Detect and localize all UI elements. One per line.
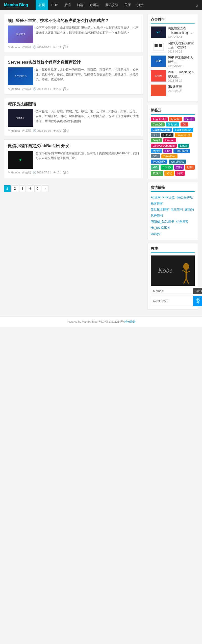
follow-qq-input[interactable] (151, 296, 193, 306)
tag[interactable]: elasticsearch (173, 128, 193, 132)
tag-list: AngularJS Apache 8mob CentOS Snippet Git… (151, 117, 195, 176)
tag[interactable]: Linux (178, 144, 189, 148)
article-meta: ✎ Mamba ☍ 后端 🕑 2018-10-10 👁 290 💬 0 (8, 129, 140, 133)
link-item[interactable]: 老王简书 (171, 208, 183, 211)
link-item[interactable]: PHP之道 (162, 196, 175, 199)
follow-github-input[interactable] (151, 288, 193, 294)
articles-main: 项目经验不丰富、技术不突出的程序员怎么打动面试官？ 技术面试 经历不少但项目并非… (4, 14, 143, 313)
tag[interactable]: Laravel Debugbar (151, 144, 177, 148)
link-item[interactable]: 8m公后讲坛 (176, 196, 193, 199)
tag[interactable]: 8mob (184, 117, 195, 121)
page-btn-1[interactable]: 1 (4, 185, 11, 192)
tag[interactable]: Github (161, 133, 173, 137)
rank-item-title[interactable]: 制作QQ微信支付宝三合一收款码... (168, 41, 195, 50)
nav-home[interactable]: 首页 (36, 0, 48, 10)
views: 👁 151 (53, 171, 61, 174)
article-title[interactable]: 程序员技能图谱 (8, 101, 140, 107)
views: 👁 139 (53, 46, 61, 49)
article-meta: ✎ Mamba ☍ 前端 🕑 2018-10-11 👁 139 💬 2 (8, 45, 140, 49)
article-card: 微信小程序自定义tabBar组件开发 ● 微信小程序的tabBar官能用在主页面… (4, 139, 143, 178)
nav-frontend[interactable]: 前端 (74, 0, 86, 10)
ranking-title: 点击排行 (151, 17, 195, 24)
page-btn-2[interactable]: 2 (12, 185, 18, 192)
tag[interactable]: CentOS (151, 122, 165, 126)
link-item[interactable]: A5原网 (151, 196, 161, 199)
nav-backend[interactable]: 后端 (61, 0, 74, 10)
tag[interactable]: SSL (151, 154, 160, 158)
tag[interactable]: TablePlus (161, 154, 178, 158)
tag[interactable]: 笔记 (164, 171, 174, 176)
link-item[interactable]: 复旦技术博客 (151, 208, 169, 211)
article-title[interactable]: 项目经验不丰富、技术不突出的程序员怎么打动面试官？ (8, 18, 140, 23)
rank-item-title[interactable]: 腾讯安装文档（Mamba Blog）... (168, 27, 195, 35)
search-icon[interactable]: ⌕ (196, 3, 198, 7)
rank-item-title[interactable]: PHP 开发搭建个人博客... (168, 56, 195, 64)
article-content: 技能图谱 技术领域（人工智能、前端开发、移动开发、云计算、大数据、架构、运维、安… (8, 109, 140, 127)
tag[interactable]: Laravel (163, 138, 176, 142)
article-title[interactable]: Serverless实战驾校小程序之数据库设计 (8, 60, 140, 65)
follow-github-btn[interactable]: GitHub (193, 288, 202, 294)
site-logo[interactable]: Mamba Blog (4, 3, 28, 7)
svg-text:Kobe: Kobe (158, 267, 172, 274)
date: 🕑 2018-10-11 (33, 87, 51, 91)
tag[interactable]: 小程序 (161, 165, 173, 170)
tag[interactable]: TypeORM (151, 160, 167, 164)
tag[interactable]: 技能 (174, 165, 184, 170)
views: 👁 298 (53, 87, 61, 90)
rank-item: MB 腾讯安装文档（Mamba Blog）... 2018-11-14 (151, 27, 195, 39)
tag[interactable]: ElasticSearch (151, 128, 172, 132)
tag[interactable]: Php (163, 149, 172, 153)
tag[interactable]: 测试 (175, 171, 185, 176)
tag[interactable]: WordPress (169, 160, 186, 164)
tag[interactable]: AngularJS (151, 117, 168, 121)
article-card: 项目经验不丰富、技术不突出的程序员怎么打动面试官？ 技术面试 经历不少但项目并非… (4, 14, 143, 53)
article-title[interactable]: 微信小程序自定义tabBar组件开发 (8, 143, 140, 149)
tag[interactable]: PhpStorm (173, 149, 190, 153)
page-btn-4[interactable]: 4 (27, 185, 33, 192)
comments: 💬 0 (63, 129, 68, 132)
link-item[interactable]: 明朗威_617a简书 (151, 220, 174, 223)
page-next[interactable]: » (42, 185, 48, 192)
article-content: 技术面试 经历不少但项目并非多而是细深注重结局，如果想让大型面试项目能达，也不能… (8, 25, 140, 43)
rank-date: 2018-03-14 (168, 79, 195, 82)
rank-info: 制作QQ微信支付宝三合一收款码... 2018-09-26 (168, 41, 195, 53)
nav-reward[interactable]: 打赏 (134, 0, 147, 10)
tag[interactable]: JavaScript (175, 133, 192, 137)
tag[interactable]: Git (181, 122, 188, 126)
tag[interactable]: Mysql (151, 149, 162, 153)
tag[interactable]: vue (151, 165, 159, 170)
date: 🕑 2018-10-10 (33, 129, 51, 132)
rank-info: 腾讯安装文档（Mamba Blog）... 2018-11-14 (168, 27, 195, 39)
nav-tencent[interactable]: 腾讯安装 (102, 0, 121, 10)
tag[interactable]: 数据库 (151, 171, 163, 176)
tag[interactable]: 数据 (185, 165, 195, 170)
link-item[interactable]: 极客博客 (151, 202, 163, 205)
follow-qq-btn[interactable]: QQ号 (193, 296, 202, 306)
nav-php[interactable]: PHP (48, 0, 61, 10)
tag[interactable]: Snippet (166, 122, 179, 126)
rank-item-title[interactable]: PHP + Swoole 简单聊天室... (168, 70, 195, 79)
tags-title: 标签云 (151, 108, 195, 115)
pagination: 1 2 3 4 5 » (4, 181, 143, 196)
tag[interactable]: SSL (151, 133, 160, 137)
page-container: 项目经验不丰富、技术不突出的程序员怎么打动面试官？ 技术面试 经历不少但项目并非… (0, 10, 202, 317)
rank-thumbnail: PHP (151, 56, 166, 67)
article-thumbnail: ● (8, 151, 33, 169)
link-item[interactable]: 钓鱼博客 (176, 220, 188, 223)
rank-item: git Git 速查表 2018-03-38 (151, 85, 195, 96)
nav-about[interactable]: 关于 (121, 0, 134, 10)
date: 🕑 2018-07-31 (33, 171, 51, 174)
tag[interactable]: Apache (169, 117, 182, 121)
link-item[interactable]: Hx_toy CSDN (151, 226, 170, 229)
sidebar: 点击排行 MB 腾讯安装文档（Mamba Blog）... 2018-11-14 (147, 14, 198, 313)
link-item[interactable]: cocoyo (151, 232, 160, 236)
article-meta: ✎ Mamba ☍ 前端 🕑 2018-10-11 👁 298 💬 3 (8, 87, 140, 91)
tag[interactable]: Jekyll (151, 138, 162, 142)
article-excerpt: 经历不少但项目并非多而是细深注重结局，如果想让大型面试项目能达，也不能绕技术还是… (36, 25, 140, 43)
page-btn-3[interactable]: 3 (19, 185, 26, 192)
follow-qq-row: QQ号 (151, 296, 195, 306)
footer-stats-link[interactable]: 站长统计 (124, 320, 136, 323)
rank-item-title[interactable]: Git 速查表 (168, 85, 195, 89)
nav-website[interactable]: 对网站 (86, 0, 102, 10)
page-btn-5[interactable]: 5 (34, 185, 41, 192)
